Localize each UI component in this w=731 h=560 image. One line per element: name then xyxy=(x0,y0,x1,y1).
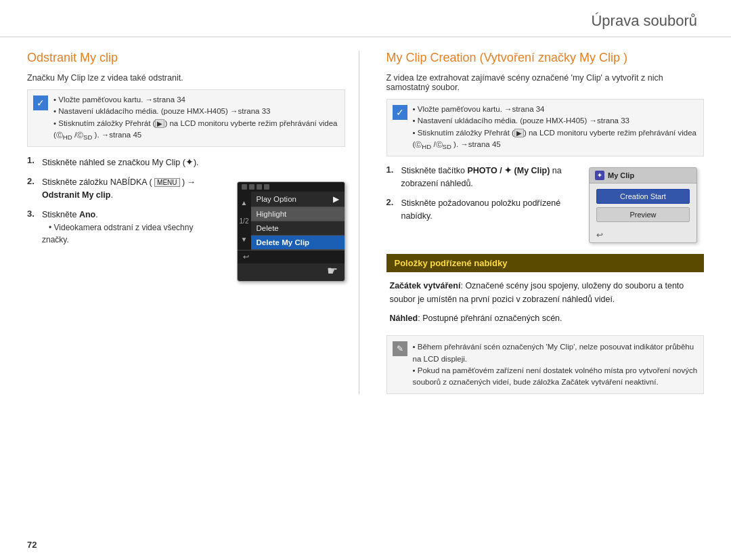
step-text-3: Stiskněte Ano. • Videokamera odstraní z … xyxy=(42,209,217,246)
back-icon: ↩ xyxy=(243,253,249,261)
menu-icon-2 xyxy=(249,184,254,190)
right-step-num-1: 1. xyxy=(386,165,397,175)
list-item: Vložte paměťovou kartu. →strana 34 xyxy=(53,94,339,106)
bottom-note-content: Během přehrávání scén označených 'My Cli… xyxy=(413,341,699,388)
step-num-1: 1. xyxy=(27,155,38,165)
menu-item-play-option: Play Option ▶ xyxy=(251,192,345,207)
step-num-3: 3. xyxy=(27,209,38,219)
left-column: Odstranit My clip Značku My Clip lze z v… xyxy=(27,51,359,394)
menu-icon-1 xyxy=(242,184,247,190)
step-1: 1. Stiskněte náhled se značkou My Clip (… xyxy=(27,155,345,169)
step-text-1: Stiskněte náhled se značkou My Clip (✦). xyxy=(42,155,345,169)
menu-item-label: Delete My Clip xyxy=(257,238,310,246)
step-num-2: 2. xyxy=(27,176,38,186)
checkmark-icon-right: ✓ xyxy=(393,105,407,120)
step-3: 3. Stiskněte Ano. • Videokamera odstraní… xyxy=(27,209,217,246)
left-section-title: Odstranit My clip xyxy=(27,51,345,65)
step-2-with-menu: 2. Stiskněte záložku NABÍDKA ( MENU ) → … xyxy=(27,176,345,287)
submenu-section-title: Položky podřízené nabídky xyxy=(386,254,705,272)
left-steps: 1. Stiskněte náhled se značkou My Clip (… xyxy=(27,155,345,287)
scroll-down-icon: ▼ xyxy=(241,236,248,243)
myclip-buttons: Creation Start Preview xyxy=(590,184,696,228)
list-item: Nastavení ukládacího média. (pouze HMX-H… xyxy=(413,115,699,127)
main-columns: Odstranit My clip Značku My Clip lze z v… xyxy=(0,37,731,394)
menu-back-row: ↩ xyxy=(238,250,345,263)
menu-item-arrow: ▶ xyxy=(333,194,339,204)
right-intro: Z videa lze extrahovat zajímavé scény oz… xyxy=(386,73,705,92)
menu-header-icons xyxy=(242,184,269,190)
right-step-num-2: 2. xyxy=(386,197,397,207)
step-2: 2. Stiskněte záložku NABÍDKA ( MENU ) → … xyxy=(27,176,217,202)
menu-item-label: Delete xyxy=(257,224,279,232)
menu-header xyxy=(238,182,345,192)
checkmark-icon: ✓ xyxy=(33,95,48,110)
menu-icon-4 xyxy=(264,184,269,190)
right-note-box: ✓ Vložte paměťovou kartu. →strana 34 Nas… xyxy=(386,99,705,156)
list-item: Nastavení ukládacího média. (pouze HMX-H… xyxy=(53,106,339,117)
bottom-note: ✎ Během přehrávání scén označených 'My C… xyxy=(386,335,705,394)
right-note-content: Vložte paměťovou kartu. →strana 34 Nasta… xyxy=(413,104,699,152)
submenu-item-1: Začátek vytváření: Označené scény jsou s… xyxy=(390,279,701,306)
page-number: 72 xyxy=(27,540,37,550)
submenu-title-text: Položky podřízené nabídky xyxy=(395,258,508,268)
right-step-text-2: Stiskněte požadovanou položku podřízené … xyxy=(401,197,576,223)
left-note-box: ✓ Vložte paměťovou kartu. →strana 34 Nas… xyxy=(27,89,345,147)
submenu-item-2: Náhled: Postupné přehrání označených scé… xyxy=(390,311,701,325)
submenu-content: Začátek vytváření: Označené scény jsou s… xyxy=(386,279,705,325)
menu-screenshot: ▲ 1/2 ▼ Play Option ▶ Highlight xyxy=(237,181,345,282)
menu-item-label: Play Option xyxy=(257,195,296,203)
pencil-icon: ✎ xyxy=(393,341,407,356)
right-step-1: 1. Stiskněte tlačítko PHOTO / ✦ (My Clip… xyxy=(386,165,576,190)
menu-items-list: Play Option ▶ Highlight Delete xyxy=(251,192,345,250)
submenu-term-2: Náhled xyxy=(390,314,418,323)
menu-fraction: 1/2 xyxy=(237,216,252,226)
right-step-2: 2. Stiskněte požadovanou položku podříze… xyxy=(386,197,576,223)
right-column: My Clip Creation (Vytvoření značky My Cl… xyxy=(380,51,705,394)
myclip-icon: ✦ xyxy=(595,171,604,180)
list-item: Během přehrávání scén označených 'My Cli… xyxy=(413,341,699,365)
page-header: Úprava souborů xyxy=(0,0,731,37)
list-item: Vložte paměťovou kartu. →strana 34 xyxy=(413,104,699,115)
right-section-title: My Clip Creation (Vytvoření značky My Cl… xyxy=(386,51,705,65)
menu-scroll-bar: ▲ 1/2 ▼ xyxy=(238,192,251,250)
scroll-up-icon: ▲ xyxy=(241,199,248,207)
right-steps: ✦ My Clip Creation Start Preview ↩ 1. St… xyxy=(386,165,705,246)
myclip-back: ↩ xyxy=(590,228,696,242)
step-2-text-block: 2. Stiskněte záložku NABÍDKA ( MENU ) → … xyxy=(27,176,217,253)
step-text-2: Stiskněte záložku NABÍDKA ( MENU ) → Ods… xyxy=(42,176,217,202)
myclip-panel-title: My Clip xyxy=(608,171,634,179)
left-note-content: Vložte paměťovou kartu. →strana 34 Nasta… xyxy=(53,94,339,142)
menu-icon-3 xyxy=(257,184,262,190)
list-item: Stisknutím záložky Přehrát (▶) na LCD mo… xyxy=(53,118,339,143)
cursor-area: ☛ xyxy=(238,263,345,281)
submenu-term-1: Začátek vytváření xyxy=(390,281,461,290)
left-intro: Značku My Clip lze z videa také odstrani… xyxy=(27,73,345,83)
right-step-text-1: Stiskněte tlačítko PHOTO / ✦ (My Clip) n… xyxy=(401,165,576,190)
menu-item-label: Highlight xyxy=(257,210,287,218)
cursor-icon: ☛ xyxy=(327,264,338,278)
page-title: Úprava souborů xyxy=(591,12,697,29)
preview-button[interactable]: Preview xyxy=(596,207,690,222)
page-number-text: 72 xyxy=(27,540,37,550)
menu-body: ▲ 1/2 ▼ Play Option ▶ Highlight xyxy=(238,192,345,250)
menu-item-highlight: Highlight xyxy=(251,207,345,221)
myclip-back-arrow-icon: ↩ xyxy=(596,230,603,240)
page-container: Úprava souborů Odstranit My clip Značku … xyxy=(0,0,731,560)
list-item: Stisknutím záložky Přehrát (▶) na LCD mo… xyxy=(413,127,699,152)
menu-item-delete-myclip: Delete My Clip xyxy=(251,236,345,250)
myclip-panel: ✦ My Clip Creation Start Preview ↩ xyxy=(589,167,697,243)
myclip-panel-header: ✦ My Clip xyxy=(590,168,696,184)
list-item: Pokud na paměťovém zařízení není dostate… xyxy=(413,365,699,389)
menu-item-delete: Delete xyxy=(251,221,345,236)
creation-start-button[interactable]: Creation Start xyxy=(596,189,690,204)
